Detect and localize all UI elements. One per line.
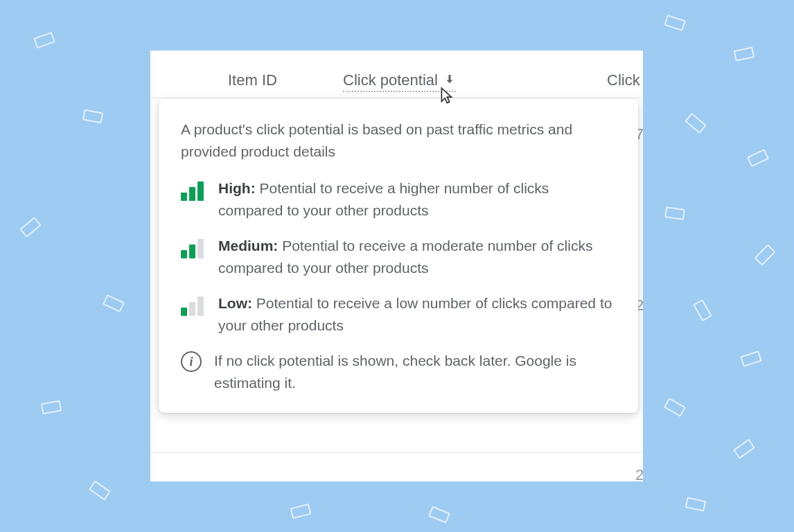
level-desc: Potential to receive a higher number of … — [218, 180, 549, 218]
level-row-high: High: Potential to receive a higher numb… — [181, 177, 616, 221]
column-header-label: Click potential — [343, 71, 438, 89]
info-note-text: If no click potential is shown, check ba… — [214, 350, 616, 393]
level-text-high: High: Potential to receive a higher numb… — [218, 177, 616, 221]
level-label: Medium: — [218, 238, 278, 254]
column-header-click-potential[interactable]: Click potential — [343, 71, 456, 92]
table-divider — [150, 452, 643, 453]
level-row-medium: Medium: Potential to receive a moderate … — [181, 235, 616, 278]
column-header-clicks-partial[interactable]: Click — [607, 71, 640, 89]
level-desc: Potential to receive a low number of cli… — [218, 295, 612, 333]
level-row-low: Low: Potential to receive a low number o… — [181, 292, 616, 336]
info-icon: i — [181, 351, 202, 372]
tooltip-intro-text: A product's click potential is based on … — [181, 118, 616, 162]
level-label: High: — [218, 180, 256, 196]
bars-low-icon — [181, 296, 206, 316]
level-text-low: Low: Potential to receive a low number o… — [218, 292, 616, 336]
table-divider — [150, 98, 643, 98]
click-potential-tooltip: A product's click potential is based on … — [159, 99, 638, 413]
column-header-item-id[interactable]: Item ID — [228, 71, 277, 89]
level-text-medium: Medium: Potential to receive a moderate … — [218, 235, 616, 278]
bars-high-icon — [181, 181, 206, 201]
info-note-row: i If no click potential is shown, check … — [181, 350, 616, 393]
mouse-cursor-icon — [440, 87, 455, 109]
level-label: Low: — [218, 295, 252, 311]
bars-medium-icon — [181, 239, 206, 258]
screenshot-panel: Item ID Click potential Click 7 2 2 A pr… — [150, 51, 643, 481]
cell-value: 2 — [635, 466, 643, 481]
